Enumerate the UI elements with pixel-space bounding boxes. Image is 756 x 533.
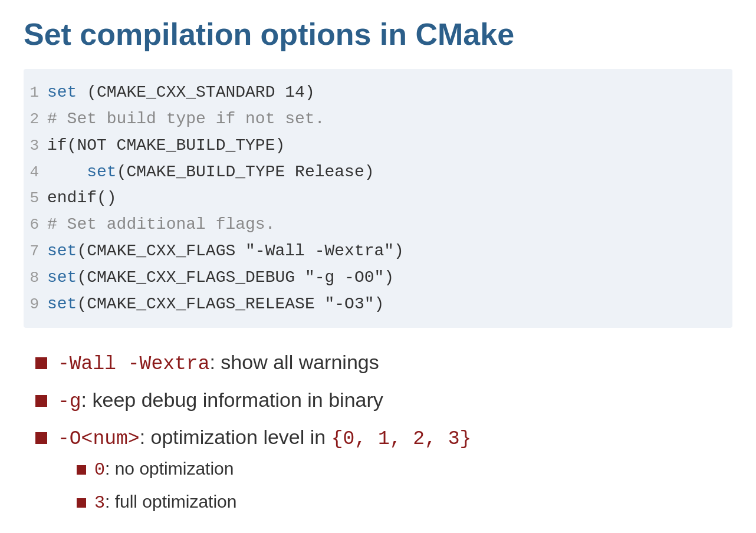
bullet-list: -Wall -Wextra: show all warnings -g: kee… (24, 347, 732, 521)
keyword-set: set (47, 268, 77, 287)
line-number: 7 (24, 239, 47, 264)
line-number: 8 (24, 266, 47, 291)
sub-bullet-icon (77, 465, 86, 475)
code-text: set(CMAKE_CXX_FLAGS_DEBUG "-g -O0") (47, 265, 721, 291)
flag-text: -O<num> (58, 428, 140, 450)
code-args: (CMAKE_CXX_FLAGS_DEBUG "-g -O0") (77, 268, 394, 287)
code-text: set(CMAKE_CXX_FLAGS "-Wall -Wextra") (47, 238, 721, 265)
code-line-2: 2 # Set build type if not set. (24, 106, 721, 133)
code-line-5: 5 endif() (24, 185, 721, 212)
code-indent (47, 163, 87, 181)
code-text: set(CMAKE_BUILD_TYPE Release) (47, 159, 721, 186)
code-line-3: 3 if(NOT CMAKE_BUILD_TYPE) (24, 133, 721, 159)
line-number: 2 (24, 107, 47, 132)
bullet-icon (35, 357, 47, 369)
code-line-6: 6 # Set additional flags. (24, 212, 721, 238)
line-number: 5 (24, 186, 47, 211)
sub-item-text: 0: no optimization (94, 455, 234, 484)
bullet-text: -Wall -Wextra: show all warnings (58, 347, 379, 379)
list-item: 3: full optimization (77, 488, 236, 517)
code-text: if(NOT CMAKE_BUILD_TYPE) (47, 133, 721, 159)
page-title: Set compilation options in CMake (24, 18, 732, 51)
bullet-icon (35, 395, 47, 407)
bullet-text: -g: keep debug information in binary (58, 384, 383, 417)
code-line-1: 1 set (CMAKE_CXX_STANDARD 14) (24, 80, 721, 106)
line-number: 3 (24, 134, 47, 159)
code-text: set (CMAKE_CXX_STANDARD 14) (47, 80, 721, 106)
keyword-set: set (47, 242, 77, 260)
accent-values: {0, 1, 2, 3} (331, 428, 472, 450)
line-number: 9 (24, 292, 47, 317)
code-args: (CMAKE_CXX_FLAGS_RELEASE "-O3") (77, 295, 384, 313)
list-item: -O<num>: optimization level in {0, 1, 2,… (35, 422, 732, 522)
code-args: (CMAKE_CXX_FLAGS "-Wall -Wextra") (77, 242, 404, 260)
code-line-4: 4 set(CMAKE_BUILD_TYPE Release) (24, 159, 721, 186)
code-text: endif() (47, 185, 721, 212)
flag-text: -Wall -Wextra (58, 353, 209, 375)
code-args: (CMAKE_BUILD_TYPE Release) (117, 163, 374, 181)
keyword-set: set (87, 163, 116, 181)
comment: # Set additional flags. (47, 215, 275, 233)
bullet-icon (35, 432, 47, 444)
sub-item-text: 3: full optimization (94, 488, 236, 517)
code-text: # Set additional flags. (47, 212, 721, 238)
code-block: 1 set (CMAKE_CXX_STANDARD 14) 2 # Set bu… (24, 69, 732, 328)
line-number: 1 (24, 81, 47, 106)
list-item: 0: no optimization (77, 455, 236, 484)
code-text: set(CMAKE_CXX_FLAGS_RELEASE "-O3") (47, 291, 721, 318)
sub-flag: 3 (94, 493, 105, 513)
keyword-set: set (47, 83, 77, 101)
bullet-text: -O<num>: optimization level in {0, 1, 2,… (58, 422, 471, 454)
sub-bullet-icon (77, 498, 86, 508)
code-endif: endif() (47, 189, 117, 207)
code-if: if(NOT CMAKE_BUILD_TYPE) (47, 136, 285, 154)
line-number: 4 (24, 160, 47, 185)
list-item: -Wall -Wextra: show all warnings (35, 347, 732, 379)
code-line-9: 9 set(CMAKE_CXX_FLAGS_RELEASE "-O3") (24, 291, 721, 318)
line-number: 6 (24, 213, 47, 238)
code-text: # Set build type if not set. (47, 106, 721, 133)
sub-flag: 0 (94, 460, 105, 480)
code-line-8: 8 set(CMAKE_CXX_FLAGS_DEBUG "-g -O0") (24, 265, 721, 291)
sub-bullet-list: 0: no optimization 3: full optimization (35, 455, 236, 522)
keyword-set: set (47, 295, 77, 313)
code-args: (CMAKE_CXX_STANDARD 14) (77, 83, 314, 101)
flag-text: -g (58, 391, 81, 413)
comment: # Set build type if not set. (47, 110, 324, 128)
code-line-7: 7 set(CMAKE_CXX_FLAGS "-Wall -Wextra") (24, 238, 721, 265)
list-item: -g: keep debug information in binary (35, 384, 732, 417)
